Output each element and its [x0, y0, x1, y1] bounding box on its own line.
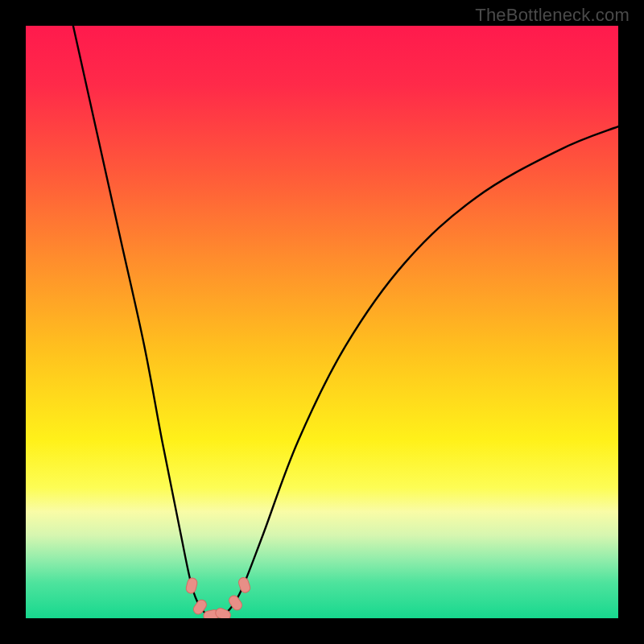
curve-marker: [185, 577, 198, 594]
curve-path: [73, 26, 618, 617]
watermark-text: TheBottleneck.com: [475, 5, 630, 26]
plot-area: [26, 26, 618, 618]
curve-marker: [237, 576, 251, 594]
chart-frame: TheBottleneck.com: [0, 0, 644, 644]
bottleneck-curve: [26, 26, 618, 618]
